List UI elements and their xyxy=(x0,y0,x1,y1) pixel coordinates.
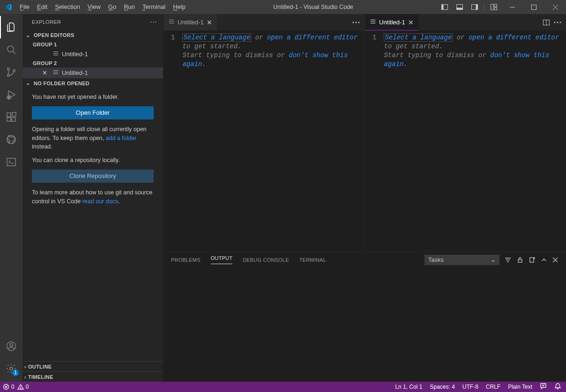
svg-point-17 xyxy=(13,70,15,72)
split-editor-icon[interactable] xyxy=(543,19,550,26)
tab-more-icon[interactable] xyxy=(352,22,360,23)
status-warnings[interactable]: 0 xyxy=(17,384,29,390)
chevron-up-icon[interactable] xyxy=(541,257,547,263)
status-errors[interactable]: 0 xyxy=(3,384,15,390)
activity-settings-icon[interactable]: 1 xyxy=(0,357,22,380)
status-bar: 0 0 Ln 1, Col 1 Spaces: 4 UTF-8 CRLF Pla… xyxy=(0,382,566,392)
editor-body-2[interactable]: 1 Select a language or open a different … xyxy=(365,30,566,251)
activity-extensions-icon[interactable] xyxy=(0,106,22,128)
status-eol[interactable]: CRLF xyxy=(486,384,500,390)
menu-terminal[interactable]: Terminal xyxy=(139,0,169,14)
minimize-button[interactable] xyxy=(501,0,523,14)
tab-more-icon[interactable] xyxy=(554,22,561,23)
panel-tab-output[interactable]: OUTPUT xyxy=(211,255,232,264)
svg-rect-6 xyxy=(491,4,494,10)
menu-file[interactable]: File xyxy=(16,0,33,14)
sidebar-title: EXPLORER xyxy=(32,19,61,25)
toggle-panel-icon[interactable] xyxy=(452,0,467,14)
svg-point-45 xyxy=(20,389,21,389)
status-language[interactable]: Plain Text xyxy=(508,384,532,390)
clear-output-icon[interactable] xyxy=(529,256,536,264)
close-button[interactable] xyxy=(544,0,566,14)
editor-group-1: Untitled-1 ✕ 1 Select a language or open… xyxy=(164,14,365,251)
notifications-icon[interactable] xyxy=(554,383,561,391)
svg-point-26 xyxy=(7,342,16,351)
menu-selection[interactable]: Selection xyxy=(51,0,83,14)
editor-tab[interactable]: Untitled-1 ✕ xyxy=(164,14,217,30)
chevron-right-icon: › xyxy=(24,364,26,370)
status-encoding[interactable]: UTF-8 xyxy=(462,384,478,390)
close-editor-icon[interactable]: ✕ xyxy=(39,69,50,76)
svg-point-41 xyxy=(4,385,9,390)
svg-rect-5 xyxy=(476,5,478,10)
clone-repository-button[interactable]: Clone Repository xyxy=(32,170,154,183)
svg-rect-4 xyxy=(472,5,478,10)
output-channel-select[interactable]: Tasks ⌄ xyxy=(424,255,499,265)
title-bar: File Edit Selection View Go Run Terminal… xyxy=(0,0,566,14)
toggle-primary-sidebar-icon[interactable] xyxy=(437,0,452,14)
title-right xyxy=(437,0,566,14)
open-folder-button[interactable]: Open Folder xyxy=(32,106,154,119)
menu-run[interactable]: Run xyxy=(120,0,139,14)
activity-run-debug-icon[interactable] xyxy=(0,83,22,106)
chevron-right-icon: › xyxy=(24,374,26,380)
svg-point-34 xyxy=(554,22,556,23)
svg-line-14 xyxy=(13,52,16,54)
svg-rect-7 xyxy=(494,4,497,7)
vscode-logo-icon xyxy=(0,3,16,11)
svg-point-15 xyxy=(7,68,10,70)
file-icon xyxy=(52,50,59,58)
activity-bar: 1 xyxy=(0,14,22,382)
open-editor-item[interactable]: Untitled-1 xyxy=(22,49,163,59)
svg-rect-32 xyxy=(544,20,550,25)
close-panel-icon[interactable] xyxy=(552,257,559,263)
svg-rect-21 xyxy=(7,118,11,121)
panel-tab-problems[interactable]: PROBLEMS xyxy=(171,257,201,263)
file-icon xyxy=(168,18,175,26)
menu-view[interactable]: View xyxy=(84,0,104,14)
group-2-label: GROUP 2 xyxy=(22,59,163,67)
activity-source-control-icon[interactable] xyxy=(0,61,22,83)
open-editor-item-active[interactable]: ✕ Untitled-1 xyxy=(22,67,163,78)
close-tab-icon[interactable]: ✕ xyxy=(207,19,212,26)
status-ln-col[interactable]: Ln 1, Col 1 xyxy=(395,384,422,390)
maximize-button[interactable] xyxy=(523,0,544,14)
filter-icon[interactable] xyxy=(504,256,512,264)
sidebar-more-icon[interactable]: ··· xyxy=(150,19,157,25)
svg-line-43 xyxy=(5,386,7,388)
close-tab-icon[interactable]: ✕ xyxy=(408,19,414,26)
menu-edit[interactable]: Edit xyxy=(33,0,51,14)
customize-layout-icon[interactable] xyxy=(486,0,501,14)
feedback-icon[interactable] xyxy=(540,383,547,391)
panel-tab-terminal[interactable]: TERMINAL xyxy=(299,257,326,263)
activity-terminal-icon[interactable] xyxy=(0,151,22,173)
menu-help[interactable]: Help xyxy=(169,0,189,14)
svg-rect-0 xyxy=(442,5,448,10)
activity-explorer-icon[interactable] xyxy=(0,16,22,38)
activity-search-icon[interactable] xyxy=(0,38,22,61)
toggle-secondary-sidebar-icon[interactable] xyxy=(467,0,482,14)
status-spaces[interactable]: Spaces: 4 xyxy=(430,384,454,390)
panel-tab-debug[interactable]: DEBUG CONSOLE xyxy=(243,257,289,263)
svg-rect-1 xyxy=(442,5,444,10)
chevron-down-icon: ⌄ xyxy=(491,256,496,263)
svg-line-42 xyxy=(5,386,7,388)
editor-body-1[interactable]: 1 Select a language or open a different … xyxy=(164,30,365,251)
menu-go[interactable]: Go xyxy=(104,0,120,14)
file-icon xyxy=(52,69,59,77)
line-number: 1 xyxy=(365,30,384,251)
svg-line-12 xyxy=(553,5,558,10)
no-folder-header[interactable]: ⌄ NO FOLDER OPENED xyxy=(22,78,163,88)
outline-header[interactable]: › OUTLINE xyxy=(22,361,163,371)
lock-icon[interactable] xyxy=(516,256,524,264)
svg-line-40 xyxy=(553,258,558,262)
read-docs-link[interactable]: read our docs xyxy=(82,198,118,205)
add-folder-link[interactable]: add a folder xyxy=(106,135,137,141)
timeline-header[interactable]: › TIMELINE xyxy=(22,371,163,382)
activity-accounts-icon[interactable] xyxy=(0,335,22,357)
activity-github-icon[interactable] xyxy=(0,128,22,151)
open-editors-header[interactable]: ⌄ OPEN EDITORS xyxy=(22,30,163,40)
editor-tab-active[interactable]: Untitled-1 ✕ xyxy=(365,14,418,30)
svg-point-28 xyxy=(10,367,13,370)
line-number: 1 xyxy=(164,30,182,251)
